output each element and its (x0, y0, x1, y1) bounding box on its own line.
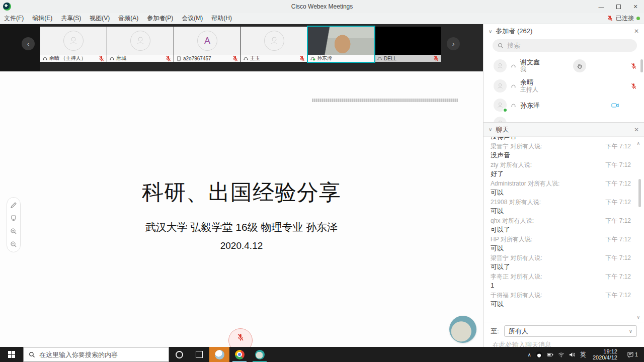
participant-row-sundongze[interactable]: 孙东泽 (484, 96, 644, 114)
search-icon (498, 43, 504, 49)
start-button[interactable] (0, 347, 23, 362)
connection-status: 已连接 (607, 14, 640, 23)
video-thumb-wangyu[interactable]: 王玉 (241, 27, 307, 62)
taskbar-search-input[interactable] (39, 351, 155, 358)
strip-scroll-left-button[interactable]: ‹ (22, 37, 35, 50)
avatar-placeholder-icon (264, 31, 284, 51)
input-language[interactable]: 英 (580, 350, 586, 359)
menu-share[interactable]: 共享(S) (61, 14, 81, 23)
chat-sender: zty 对所有人说: (491, 160, 532, 169)
browser-app-button[interactable] (209, 347, 229, 362)
chat-sender: 21908 对所有人说: (491, 198, 541, 207)
cortana-button[interactable] (169, 347, 189, 362)
webex-app-icon (255, 350, 265, 359)
video-thumb-a2o7967457[interactable]: A a2o7967457 (174, 27, 240, 62)
menu-participants[interactable]: 参加者(P) (147, 14, 173, 23)
webex-app-button[interactable] (250, 347, 270, 362)
menu-help[interactable]: 帮助(H) (211, 14, 232, 23)
tray-expand-icon[interactable]: ∧ (528, 352, 531, 357)
chat-sender: 梁晋宁 对所有人说: (491, 142, 542, 151)
participant-search[interactable] (493, 39, 637, 52)
participant-row-yuqing[interactable]: 余晴 主持人 (484, 76, 644, 96)
participant-row-xiewenxin[interactable]: 谢文鑫 我 (484, 56, 644, 76)
chat-input[interactable]: 在此处输入聊天消息 (491, 340, 637, 347)
cortana-icon (176, 351, 183, 358)
chat-scrollbar[interactable]: ∧ ∨ (633, 137, 644, 322)
chevron-down-icon[interactable]: ∨ (489, 29, 492, 34)
chat-sender: Administrator 对所有人说: (491, 179, 559, 188)
notification-icon (627, 351, 634, 358)
chat-timestamp: 下午 7:12 (605, 272, 631, 281)
horizontal-scrollbar[interactable] (312, 99, 458, 102)
headset-icon (511, 83, 516, 89)
menu-file[interactable]: 文件(F) (4, 14, 24, 23)
taskbar-search[interactable] (23, 347, 169, 362)
avatar (494, 79, 507, 93)
chevron-down-icon[interactable]: ∨ (489, 127, 492, 132)
participant-role: 主持人 (520, 86, 538, 94)
notification-count: 1 (635, 351, 638, 357)
strip-scroll-right-button[interactable]: › (447, 37, 460, 50)
chat-message: HP 对所有人说: 下午 7:12 可以 (491, 235, 631, 253)
chat-timestamp: 下午 7:12 (605, 216, 631, 225)
headset-icon (42, 56, 48, 61)
headset-icon (109, 56, 115, 61)
sidebar: ∨ 参加者 (262) ✕ 谢文鑫 我 (483, 24, 644, 347)
taskbar-clock[interactable]: 19:12 2020/4/12 (591, 348, 619, 360)
chat-message-list[interactable]: 没得声音 梁晋宁 对所有人说: 下午 7:12 没声音 zty 对所有人说: 下… (484, 137, 631, 322)
chat-text: 1 (491, 281, 631, 290)
mic-muted-icon (630, 63, 637, 69)
webex-window: Cisco Webex Meetings — ✕ 文件(F) 编辑(E) 共享(… (0, 0, 644, 362)
scroll-up-icon[interactable]: ∧ (636, 141, 640, 146)
chat-scroll-thumb[interactable] (638, 179, 641, 207)
mic-muted-icon (607, 15, 613, 22)
menu-meeting[interactable]: 会议(M) (182, 14, 203, 23)
video-thumb-yuqing[interactable]: 余晴 （主持人） (40, 27, 107, 62)
webex-ball-bubble[interactable] (449, 316, 476, 343)
thumb-name: 唐城 (116, 55, 164, 62)
participants-scrollbar[interactable] (640, 59, 643, 72)
participant-row-partial[interactable] (484, 114, 644, 122)
task-view-button[interactable] (189, 347, 209, 362)
avatar (494, 59, 507, 72)
raise-hand-button[interactable] (573, 59, 586, 72)
chat-text: 可以 (491, 300, 631, 309)
camera-on-icon[interactable] (611, 102, 619, 109)
task-view-icon (196, 351, 203, 358)
video-thumb-sundongze[interactable]: 孙东泽 (308, 27, 374, 62)
menu-audio[interactable]: 音频(A) (118, 14, 138, 23)
battery-icon[interactable] (547, 351, 553, 358)
system-tray: ∧ 英 19:12 2020/4/12 1 (528, 347, 644, 362)
browser-app-icon (215, 350, 224, 359)
close-participants-icon[interactable]: ✕ (634, 28, 639, 35)
presence-dot-icon (503, 108, 508, 113)
clock-time: 19:12 (593, 348, 617, 354)
video-thumb-dell[interactable]: DELL (375, 27, 441, 62)
wifi-icon[interactable] (558, 351, 565, 358)
notification-center-button[interactable]: 1 (624, 351, 641, 358)
chat-message: 李奇正 对所有人说: 下午 7:12 1 (491, 272, 631, 290)
chat-message: 梁晋宁 对所有人说: 下午 7:12 可以了 (491, 253, 631, 272)
qq-tray-icon[interactable] (536, 351, 542, 358)
close-chat-icon[interactable]: ✕ (634, 126, 639, 133)
menu-view[interactable]: 视图(V) (90, 14, 110, 23)
chat-header: 聊天 (496, 125, 509, 134)
mic-muted-icon (236, 333, 245, 341)
participant-name: 谢文鑫 (520, 58, 540, 66)
speaker-icon[interactable] (569, 351, 576, 358)
video-thumb-tangcheng[interactable]: 唐城 (107, 27, 174, 62)
participant-search-input[interactable] (507, 42, 623, 49)
recipient-select[interactable]: 所有人 ∨ (504, 325, 637, 337)
chat-sender: HP 对所有人说: (491, 235, 532, 244)
menu-edit[interactable]: 编辑(E) (32, 14, 52, 23)
recipient-value: 所有人 (509, 327, 528, 336)
avatar-placeholder-icon (63, 31, 84, 51)
chrome-app-button[interactable] (229, 347, 250, 362)
thumb-name: 孙东泽 (317, 55, 372, 62)
scroll-down-icon[interactable]: ∨ (636, 315, 640, 320)
chat-message: 于得福 对所有人说: 下午 7:12 可以 (491, 291, 631, 309)
raise-hand-icon (577, 63, 583, 69)
headset-icon (377, 56, 382, 61)
mic-muted-icon (299, 55, 305, 62)
mic-muted-icon (630, 83, 637, 89)
